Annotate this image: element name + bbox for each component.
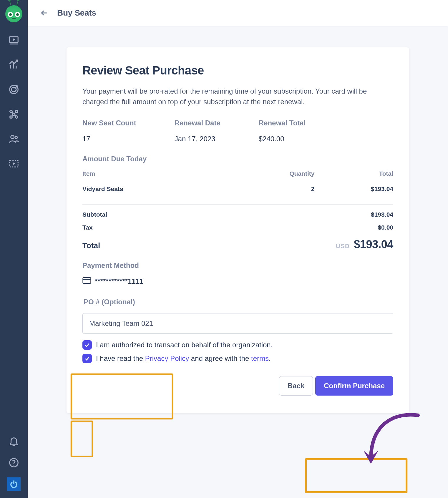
privacy-policy-link[interactable]: Privacy Policy — [145, 354, 189, 362]
payment-card-line: ************1111 — [82, 277, 393, 285]
integrations-icon[interactable] — [8, 108, 20, 120]
authorized-checkbox-row[interactable]: I am authorized to transact on behalf of… — [82, 340, 393, 350]
tax-label: Tax — [82, 224, 93, 231]
svg-line-16 — [12, 115, 13, 116]
po-label: PO # (Optional) — [82, 296, 136, 307]
credit-card-icon — [82, 277, 91, 285]
svg-rect-27 — [83, 279, 91, 280]
currency-label: USD — [336, 243, 350, 250]
team-icon[interactable] — [8, 133, 20, 145]
card-heading: Review Seat Purchase — [82, 64, 393, 77]
total-label: Total — [82, 241, 100, 250]
video-editor-icon[interactable] — [8, 158, 20, 170]
seat-count-label: New Seat Count — [82, 119, 136, 127]
page-title: Buy Seats — [57, 8, 96, 18]
summary-columns: New Seat Count 17 Renewal Date Jan 17, 2… — [82, 119, 393, 143]
svg-point-19 — [15, 136, 17, 139]
review-purchase-card: Review Seat Purchase Your payment will b… — [67, 47, 409, 413]
card-description: Your payment will be pro-rated for the r… — [82, 86, 393, 107]
svg-point-3 — [11, 44, 11, 44]
line-item-total: $193.04 — [314, 183, 393, 201]
svg-rect-26 — [83, 278, 91, 283]
amount-due-label: Amount Due Today — [82, 155, 393, 163]
line-items-table: Item Quantity Total Vidyard Seats 2 $193… — [82, 170, 393, 201]
terms-text: I have read the Privacy Policy and agree… — [96, 354, 271, 363]
line-item-name: Vidyard Seats — [82, 183, 226, 201]
renewal-date-label: Renewal Date — [175, 119, 220, 127]
tax-value: $0.00 — [378, 224, 393, 231]
svg-point-11 — [10, 116, 12, 118]
svg-point-9 — [10, 110, 12, 113]
col-item: Item — [82, 170, 226, 183]
svg-line-14 — [12, 112, 13, 113]
svg-marker-21 — [13, 162, 15, 165]
analytics-icon[interactable] — [8, 59, 20, 71]
renewal-total-label: Renewal Total — [259, 119, 306, 127]
subtotal-label: Subtotal — [82, 211, 107, 218]
terms-link[interactable]: terms — [251, 354, 269, 362]
seat-count-value: 17 — [82, 135, 136, 143]
renewal-total-value: $240.00 — [259, 135, 306, 143]
svg-point-12 — [16, 116, 18, 118]
svg-point-10 — [16, 110, 18, 113]
authorized-text: I am authorized to transact on behalf of… — [96, 341, 273, 349]
checkbox-checked-icon — [82, 340, 92, 350]
back-button[interactable]: Back — [279, 376, 313, 396]
checkbox-checked-icon — [82, 354, 92, 363]
annotation-arrow-icon — [339, 409, 421, 480]
payment-method-label: Payment Method — [82, 261, 393, 270]
svg-line-17 — [15, 115, 16, 116]
help-icon[interactable] — [8, 457, 20, 469]
svg-point-18 — [11, 135, 14, 139]
col-quantity: Quantity — [226, 170, 314, 183]
svg-marker-1 — [13, 38, 15, 41]
video-library-icon[interactable] — [8, 34, 20, 46]
divider — [82, 204, 393, 205]
tax-row: Tax $0.00 — [82, 221, 393, 234]
target-icon[interactable] — [8, 84, 20, 95]
back-arrow-icon[interactable] — [39, 8, 49, 18]
sidebar — [0, 0, 28, 498]
subtotal-row: Subtotal $193.04 — [82, 208, 393, 221]
svg-point-23 — [14, 465, 14, 466]
total-amount: $193.04 — [354, 238, 393, 251]
total-row: Total USD $193.04 — [82, 234, 393, 253]
svg-point-13 — [13, 113, 15, 115]
logout-button[interactable] — [7, 477, 21, 491]
line-item-qty: 2 — [226, 183, 314, 201]
card-masked-number: ************1111 — [95, 277, 143, 285]
annotation-highlight — [71, 421, 93, 457]
confirm-purchase-button[interactable]: Confirm Purchase — [315, 376, 393, 396]
table-row: Vidyard Seats 2 $193.04 — [82, 183, 393, 201]
notifications-icon[interactable] — [8, 436, 20, 448]
app-logo — [5, 5, 22, 22]
terms-checkbox-row[interactable]: I have read the Privacy Policy and agree… — [82, 354, 393, 363]
annotation-highlight — [305, 458, 407, 493]
topbar: Buy Seats — [28, 0, 448, 26]
po-number-input[interactable] — [82, 313, 393, 334]
renewal-date-value: Jan 17, 2023 — [175, 135, 220, 143]
subtotal-value: $193.04 — [371, 211, 393, 218]
svg-line-15 — [15, 112, 16, 113]
col-total: Total — [314, 170, 393, 183]
